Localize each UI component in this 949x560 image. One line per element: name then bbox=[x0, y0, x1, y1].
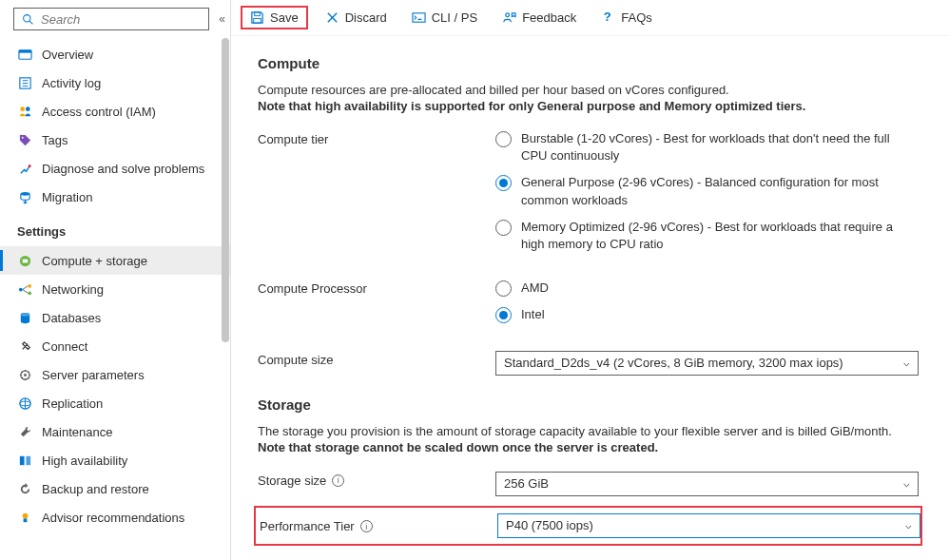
nav-settings: Compute + storage Networking Databases C… bbox=[0, 244, 230, 531]
sidebar-item-server-parameters[interactable]: Server parameters bbox=[0, 360, 230, 389]
access-control-icon bbox=[17, 104, 32, 119]
nav-label: Networking bbox=[42, 282, 104, 297]
nav-label: Tags bbox=[42, 133, 68, 147]
diagnose-icon bbox=[17, 161, 32, 176]
compute-size-select[interactable]: Standard_D2ds_v4 (2 vCores, 8 GiB memory… bbox=[495, 351, 919, 376]
search-box[interactable] bbox=[13, 8, 209, 30]
svg-point-12 bbox=[20, 191, 29, 195]
content-area: Compute Compute resources are pre-alloca… bbox=[231, 36, 949, 560]
migration-icon bbox=[17, 189, 32, 204]
sidebar-item-high-availability[interactable]: High availability bbox=[0, 446, 230, 474]
networking-icon bbox=[17, 281, 32, 297]
svg-point-10 bbox=[21, 136, 23, 138]
chevron-down-icon: ⌵ bbox=[905, 519, 912, 531]
save-label: Save bbox=[270, 10, 299, 25]
cli-ps-button[interactable]: CLI / PS bbox=[404, 7, 485, 29]
svg-rect-14 bbox=[22, 259, 28, 262]
databases-icon bbox=[17, 310, 32, 325]
radio-checked-icon bbox=[495, 307, 512, 323]
sidebar-item-overview[interactable]: Overview bbox=[0, 40, 230, 68]
save-button[interactable]: Save bbox=[241, 6, 308, 29]
compute-processor-amd[interactable]: AMD bbox=[495, 280, 904, 297]
high-availability-icon bbox=[17, 453, 32, 468]
radio-label: Burstable (1-20 vCores) - Best for workl… bbox=[521, 130, 904, 164]
nav-label: Server parameters bbox=[42, 368, 145, 382]
search-input[interactable] bbox=[41, 12, 203, 27]
sidebar-item-tags[interactable]: Tags bbox=[0, 126, 230, 154]
connect-icon bbox=[17, 338, 32, 354]
collapse-sidebar-icon[interactable]: « bbox=[219, 12, 223, 26]
sidebar-item-networking[interactable]: Networking bbox=[0, 275, 230, 303]
svg-point-29 bbox=[22, 512, 28, 518]
feedback-label: Feedback bbox=[522, 10, 576, 25]
sidebar-item-activity-log[interactable]: Activity log bbox=[0, 68, 230, 97]
compute-tier-burstable[interactable]: Burstable (1-20 vCores) - Best for workl… bbox=[495, 130, 904, 164]
info-icon[interactable]: i bbox=[360, 520, 373, 532]
nav-label: Connect bbox=[42, 339, 87, 354]
nav-label: Backup and restore bbox=[42, 482, 149, 496]
compute-tier-general-purpose[interactable]: General Purpose (2-96 vCores) - Balanced… bbox=[495, 174, 904, 208]
performance-tier-row-highlight: Performance Tier i P40 (7500 iops) ⌵ bbox=[254, 506, 922, 546]
svg-point-9 bbox=[25, 106, 29, 111]
sidebar-item-compute-storage[interactable]: Compute + storage bbox=[0, 246, 230, 275]
faqs-button[interactable]: ? FAQs bbox=[593, 7, 660, 29]
svg-text:?: ? bbox=[604, 10, 611, 24]
radio-label: Intel bbox=[521, 306, 545, 323]
compute-storage-icon bbox=[17, 253, 32, 268]
select-value: Standard_D2ds_v4 (2 vCores, 8 GiB memory… bbox=[504, 356, 843, 370]
backup-restore-icon bbox=[17, 481, 32, 496]
radio-icon bbox=[495, 220, 512, 236]
svg-point-16 bbox=[28, 283, 31, 287]
compute-tier-memory-optimized[interactable]: Memory Optimized (2-96 vCores) - Best fo… bbox=[495, 219, 904, 253]
svg-rect-32 bbox=[254, 18, 261, 23]
nav-label: Replication bbox=[42, 396, 103, 411]
sidebar-item-migration[interactable]: Migration bbox=[0, 183, 230, 211]
replication-icon bbox=[17, 396, 32, 411]
radio-icon bbox=[495, 280, 512, 297]
performance-tier-select[interactable]: P40 (7500 iops) ⌵ bbox=[497, 513, 920, 538]
storage-heading: Storage bbox=[258, 396, 922, 413]
compute-processor-intel[interactable]: Intel bbox=[495, 306, 904, 323]
performance-tier-label: Performance Tier bbox=[260, 519, 355, 533]
radio-icon bbox=[495, 131, 512, 147]
svg-line-1 bbox=[29, 21, 32, 24]
toolbar: Save Discard CLI / PS Feedback ? FAQs bbox=[231, 0, 949, 36]
sidebar-item-maintenance[interactable]: Maintenance bbox=[0, 417, 230, 446]
select-value: P40 (7500 iops) bbox=[506, 518, 593, 532]
compute-desc2: Note that high availability is supported… bbox=[258, 99, 805, 113]
sidebar-item-access-control[interactable]: Access control (IAM) bbox=[0, 97, 230, 126]
svg-point-23 bbox=[24, 374, 27, 377]
svg-point-11 bbox=[28, 164, 30, 167]
storage-size-select[interactable]: 256 GiB ⌵ bbox=[495, 472, 919, 496]
feedback-button[interactable]: Feedback bbox=[494, 7, 584, 29]
svg-point-15 bbox=[18, 287, 22, 291]
storage-desc2: Note that storage cannot be scaled down … bbox=[258, 440, 658, 454]
sidebar-item-connect[interactable]: Connect bbox=[0, 332, 230, 360]
info-icon[interactable]: i bbox=[332, 474, 344, 487]
cli-label: CLI / PS bbox=[432, 10, 477, 25]
discard-label: Discard bbox=[345, 10, 387, 25]
svg-rect-35 bbox=[413, 13, 425, 22]
settings-header: Settings bbox=[0, 211, 230, 244]
sidebar-item-advisor[interactable]: Advisor recommendations bbox=[0, 503, 230, 531]
nav-label: Activity log bbox=[42, 76, 101, 90]
server-parameters-icon bbox=[17, 367, 32, 382]
nav-label: Migration bbox=[42, 190, 92, 204]
sidebar-item-diagnose[interactable]: Diagnose and solve problems bbox=[0, 154, 230, 183]
radio-label: General Purpose (2-96 vCores) - Balanced… bbox=[521, 174, 904, 208]
tags-icon bbox=[17, 132, 32, 147]
nav-label: Overview bbox=[42, 48, 93, 62]
nav-primary: Overview Activity log Access control (IA… bbox=[0, 38, 230, 211]
svg-line-18 bbox=[22, 285, 28, 289]
storage-size-label: Storage size bbox=[258, 473, 326, 488]
compute-size-label: Compute size bbox=[258, 351, 495, 367]
radio-label: Memory Optimized (2-96 vCores) - Best fo… bbox=[521, 219, 904, 253]
svg-rect-30 bbox=[23, 518, 27, 522]
sidebar-item-databases[interactable]: Databases bbox=[0, 303, 230, 332]
compute-tier-label: Compute tier bbox=[258, 130, 495, 146]
sidebar-item-backup-restore[interactable]: Backup and restore bbox=[0, 474, 230, 503]
sidebar-scrollbar[interactable] bbox=[221, 38, 230, 551]
discard-button[interactable]: Discard bbox=[318, 7, 395, 29]
sidebar-item-replication[interactable]: Replication bbox=[0, 389, 230, 417]
nav-label: Compute + storage bbox=[42, 254, 147, 268]
